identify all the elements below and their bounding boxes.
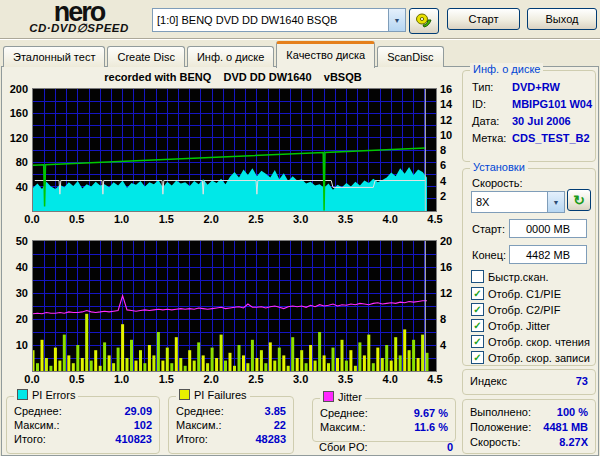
checkbox-box[interactable]: ✓ [471, 287, 484, 300]
axis-tick-label: 1.5 [153, 213, 179, 225]
cd-dvd-speed-logo-text: CD·DVD∅SPEED [4, 21, 154, 35]
checkbox-box[interactable]: ✓ [471, 303, 484, 316]
axis-tick-label: 1.5 [153, 373, 179, 385]
axis-tick-label: 1.0 [109, 373, 135, 385]
exit-button[interactable]: Выход [527, 8, 597, 30]
chart2-right-axis-ticks: 20161284 [440, 241, 460, 371]
checkbox-box[interactable]: ✓ [471, 351, 484, 364]
progress-row: Положение:4481 MB [470, 421, 588, 434]
start-button[interactable]: Старт [447, 8, 520, 30]
pi-failures-legend-icon [179, 389, 190, 400]
start-position-field[interactable] [509, 219, 587, 238]
axis-tick-label: 0.5 [64, 213, 90, 225]
axis-tick-label: 0.5 [64, 373, 90, 385]
chevron-down-icon[interactable]: ▼ [388, 9, 405, 31]
checkbox-show-c2-pif[interactable]: ✓ Отобр. C2/PIF [471, 303, 560, 316]
stat-row: Среднее:29.09 [14, 405, 152, 418]
axis-tick-label: 40 [16, 261, 28, 273]
axis-tick-label: 10 [440, 129, 452, 141]
checkbox-box[interactable]: ✓ [471, 319, 484, 332]
eject-disc-button[interactable] [409, 8, 439, 34]
axis-tick-label: 3.0 [288, 373, 314, 385]
axis-tick-label: 2.0 [198, 213, 224, 225]
pi-errors-stats-box: PI Errors Среднее:29.09 Максим.:102 Итог… [6, 396, 160, 454]
axis-tick-label: 8 [440, 144, 446, 156]
axis-tick-label: 4 [440, 175, 446, 187]
checkbox-show-c1-pie[interactable]: ✓ Отобр. C1/PIE [471, 287, 561, 300]
quality-index-box: Индекс 73 [462, 369, 596, 395]
tab-benchmark[interactable]: Эталонный тест [3, 46, 105, 67]
axis-tick-label: 4.5 [422, 373, 448, 385]
axis-tick-label: 4 [440, 339, 446, 351]
stat-row: Среднее:9.67 % [320, 407, 448, 420]
chart2-x-axis-ticks: 0.00.51.01.52.02.53.03.54.04.5 [32, 373, 435, 385]
axis-tick-label: 3.5 [332, 373, 358, 385]
axis-tick-label: 12 [440, 287, 452, 299]
axis-tick-label: 50 [16, 235, 28, 247]
checkbox-show-read-speed[interactable]: ✓ Отобр. скор. чтения [471, 335, 590, 348]
axis-tick-label: 4.0 [377, 213, 403, 225]
refresh-button[interactable]: ↻ [567, 189, 591, 211]
axis-tick-label: 40 [16, 181, 28, 193]
axis-tick-label: 0.0 [19, 373, 45, 385]
axis-tick-label: 6 [440, 159, 446, 171]
axis-tick-label: 20 [440, 235, 452, 247]
pi-failures-stats-box: PI Failures Среднее:3.85 Максим.:22 Итог… [168, 396, 294, 454]
pi-failures-stats-title: PI Failures [176, 389, 250, 401]
eject-disc-icon [415, 13, 433, 29]
settings-title: Установки [470, 161, 528, 173]
nero-cd-dvd-speed-window: nero CD·DVD∅SPEED [1:0] BENQ DVD DD DW16… [0, 0, 600, 456]
checkbox-fast-scan[interactable]: Быстр.скан. [471, 270, 549, 283]
progress-row: Скорость:8.27X [470, 436, 588, 449]
tab-disc-info[interactable]: Инф. о диске [187, 46, 274, 67]
checkbox-box[interactable]: ✓ [471, 335, 484, 348]
axis-tick-label: 4.5 [422, 213, 448, 225]
tab-disc-quality[interactable]: Качество диска [276, 41, 375, 68]
stat-row: Среднее:3.85 [176, 405, 286, 418]
jitter-stats-title: Jitter [320, 391, 365, 403]
stat-row: Максим.:102 [14, 419, 152, 432]
axis-tick-label: 3.0 [288, 213, 314, 225]
chart2-left-axis-ticks: 5040302010 [2, 241, 29, 371]
po-failures-row: Сбои PO: 0 [319, 441, 453, 453]
disc-info-box: Инф. о диске Тип:DVD+RW ID:MBIPG101 W04 … [462, 70, 596, 162]
chevron-down-icon[interactable]: ▼ [547, 192, 564, 212]
tab-bar: Эталонный тест Create Disc Инф. о диске … [3, 43, 446, 67]
axis-tick-label: 4.0 [377, 373, 403, 385]
disc-info-row: Тип:DVD+RW [472, 81, 589, 94]
checkbox-box[interactable] [471, 270, 484, 283]
tab-scandisc[interactable]: ScanDisc [377, 46, 443, 67]
axis-tick-label: 200 [10, 83, 28, 95]
progress-box: Выполнено:100 % Положение:4481 MB Скорос… [462, 399, 596, 454]
checkbox-show-jitter[interactable]: ✓ Отобр. Jitter [471, 319, 550, 332]
chart1-left-axis-ticks: 2001601208040 [2, 89, 29, 211]
disc-info-row: ID:MBIPG101 W04 [472, 98, 589, 111]
axis-tick-label: 16 [440, 261, 452, 273]
axis-tick-label: 10 [16, 339, 28, 351]
disc-info-row: Метка:CDS_TEST_B2 [472, 132, 589, 145]
pi-errors-chart [32, 88, 437, 212]
stat-row: Максим.:22 [176, 419, 286, 432]
disc-info-row: Дата:30 Jul 2006 [472, 115, 589, 128]
axis-tick-label: 3.5 [332, 213, 358, 225]
quality-index-row: Индекс 73 [470, 375, 588, 388]
tab-create-disc[interactable]: Create Disc [107, 46, 184, 67]
end-position-field[interactable] [509, 245, 587, 264]
axis-tick-label: 2.0 [198, 373, 224, 385]
pi-errors-legend-icon [17, 389, 28, 400]
checkbox-show-write-speed[interactable]: ✓ Отобр. скор. записи [471, 351, 590, 364]
jitter-stats-box: Jitter Среднее:9.67 % Максим.:11.6 % [312, 398, 456, 442]
chart1-x-axis-ticks: 0.00.51.01.52.02.53.03.54.04.5 [32, 213, 435, 225]
stat-row: Итого:410823 [14, 433, 152, 446]
axis-tick-label: 12 [440, 114, 452, 126]
pi-failures-jitter-chart [32, 240, 437, 372]
disc-info-title: Инф. о диске [470, 63, 543, 75]
stat-row: Итого:48283 [176, 433, 286, 446]
chart-header-text: recorded with BENQ DVD DD DW1640 vBSQB [30, 71, 436, 83]
drive-select[interactable]: [1:0] BENQ DVD DD DW1640 BSQB ▼ [152, 8, 406, 32]
speed-select[interactable]: 8X ▼ [471, 191, 565, 213]
axis-tick-label: 16 [440, 83, 452, 95]
drive-select-value: [1:0] BENQ DVD DD DW1640 BSQB [153, 14, 388, 26]
nero-logo-text: nero [4, 1, 154, 23]
axis-tick-label: 0.0 [19, 213, 45, 225]
